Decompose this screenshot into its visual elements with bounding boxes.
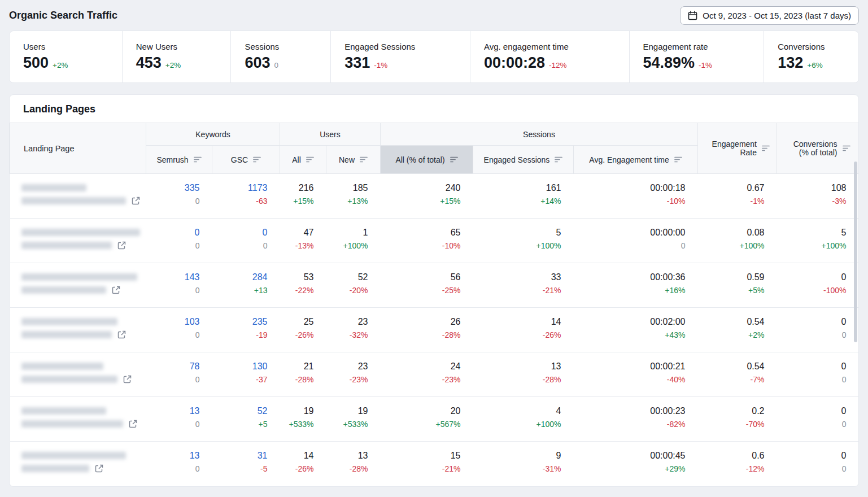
- metric-engagement-rate: Engagement rate54.89%-1%: [629, 31, 764, 82]
- column-header-users-new[interactable]: New: [326, 146, 381, 174]
- metric-conversions: Conversions132+6%: [764, 31, 858, 82]
- cell-value: 0.54: [701, 360, 765, 373]
- external-link-icon[interactable]: [95, 464, 103, 473]
- cell-delta: +14%: [477, 195, 561, 207]
- cell-value: 13: [477, 360, 561, 373]
- column-header-semrush[interactable]: Semrush: [146, 146, 212, 174]
- redacted-landing-page-text: [21, 229, 140, 236]
- external-link-icon[interactable]: [123, 375, 132, 383]
- cell-value[interactable]: 0: [150, 226, 200, 239]
- cell-value[interactable]: 143: [150, 271, 200, 284]
- vertical-scrollbar[interactable]: [854, 162, 857, 485]
- cell-engagement-rate: 0.54-7%: [698, 352, 777, 397]
- metric-value: 54.89%: [643, 54, 695, 72]
- cell-all-of-total: 20+567%: [381, 397, 473, 442]
- cell-value[interactable]: 52: [216, 404, 268, 418]
- column-header-conversions[interactable]: Conversions (% of total): [777, 123, 859, 174]
- cell-value[interactable]: 78: [150, 360, 200, 373]
- external-link-icon[interactable]: [129, 420, 137, 428]
- redacted-landing-page-text: [21, 242, 112, 249]
- metric-value: 132: [778, 54, 803, 72]
- cell-value[interactable]: 0: [216, 226, 268, 239]
- cell-engaged-sessions: 9-31%: [473, 442, 574, 486]
- metric-value: 500: [23, 54, 49, 72]
- cell-value: 4: [477, 404, 561, 418]
- cell-value: 00:00:18: [577, 181, 686, 195]
- cell-delta: -31%: [477, 463, 561, 475]
- sort-icon: [253, 156, 261, 163]
- cell-delta: +5%: [701, 284, 765, 297]
- column-header-sessions-all-percent[interactable]: All (% of total): [381, 146, 473, 174]
- cell-value[interactable]: 335: [150, 181, 200, 195]
- cell-value[interactable]: 284: [216, 271, 268, 284]
- cell-engaged-sessions: 14-26%: [473, 308, 574, 352]
- sort-icon: [843, 145, 850, 151]
- metric-engaged-sessions: Engaged Sessions331-1%: [330, 31, 470, 82]
- cell-new: 13-28%: [326, 442, 381, 486]
- cell-delta: -37: [216, 373, 268, 386]
- column-header-users-all[interactable]: All: [280, 146, 326, 174]
- cell-value: 0.6: [701, 449, 765, 463]
- metric-value: 00:00:28: [484, 54, 545, 72]
- cell-delta: -40%: [577, 373, 686, 386]
- cell-delta: +100%: [330, 239, 368, 252]
- scrollbar-thumb[interactable]: [854, 162, 857, 342]
- redacted-landing-page-text: [21, 407, 106, 415]
- cell-value: 15: [384, 449, 461, 463]
- cell-new: 185+13%: [326, 174, 381, 219]
- cell-delta: -63: [216, 195, 268, 207]
- column-header-engaged-sessions[interactable]: Engaged Sessions: [473, 146, 574, 174]
- cell-value: 26: [384, 315, 461, 329]
- cell-value[interactable]: 13: [150, 449, 200, 463]
- landing-page-cell: [10, 397, 146, 442]
- column-header-avg-engagement-time[interactable]: Avg. Engagement time: [574, 146, 698, 174]
- external-link-icon[interactable]: [132, 197, 140, 205]
- metric-label: Engagement rate: [643, 42, 751, 51]
- cell-delta: -22%: [283, 284, 314, 297]
- cell-delta: -82%: [577, 418, 686, 430]
- cell-value[interactable]: 130: [216, 360, 268, 373]
- cell-gsc: 52+5: [212, 397, 280, 442]
- cell-all: 25-26%: [280, 308, 326, 352]
- cell-value: 19: [283, 404, 314, 418]
- cell-value[interactable]: 1173: [216, 181, 268, 195]
- cell-value: 9: [477, 449, 561, 463]
- cell-value[interactable]: 103: [150, 315, 200, 329]
- landing-page-cell: [10, 308, 146, 352]
- calendar-icon: [688, 11, 697, 20]
- cell-delta: -1%: [701, 195, 765, 207]
- column-header-engagement-rate[interactable]: Engagement Rate: [698, 123, 777, 174]
- cell-engagement-rate: 0.08+100%: [698, 219, 777, 263]
- cell-delta: -12%: [701, 463, 765, 475]
- cell-avg-engagement-time: 00:02:00+43%: [574, 308, 698, 352]
- cell-all-of-total: 26-28%: [381, 308, 473, 352]
- cell-delta: -25%: [384, 284, 461, 297]
- top-bar: Organic Search Traffic Oct 9, 2023 - Oct…: [9, 0, 859, 30]
- cell-avg-engagement-time: 00:00:21-40%: [574, 352, 698, 397]
- cell-value[interactable]: 31: [216, 449, 268, 463]
- cell-value: 5: [477, 226, 561, 239]
- cell-delta: -28%: [283, 373, 314, 386]
- date-range-picker[interactable]: Oct 9, 2023 - Oct 15, 2023 (last 7 days): [680, 6, 859, 25]
- external-link-icon[interactable]: [117, 241, 126, 250]
- date-range-label: Oct 9, 2023 - Oct 15, 2023 (last 7 days): [703, 11, 851, 20]
- external-link-icon[interactable]: [112, 286, 120, 294]
- cell-value[interactable]: 235: [216, 315, 268, 329]
- cell-value[interactable]: 13: [150, 404, 200, 418]
- redacted-landing-page-text: [21, 318, 117, 325]
- cell-delta: -10%: [577, 195, 686, 207]
- cell-value: 0: [780, 449, 847, 463]
- redacted-landing-page-text: [21, 197, 126, 204]
- metric-delta: -1%: [374, 61, 387, 69]
- cell-value: 20: [384, 404, 461, 418]
- column-header-gsc[interactable]: GSC: [212, 146, 280, 174]
- column-group-sessions: Sessions: [381, 123, 698, 146]
- cell-delta: -21%: [384, 463, 461, 475]
- cell-new: 19+533%: [326, 397, 381, 442]
- external-link-icon[interactable]: [117, 330, 126, 339]
- cell-gsc: 00: [212, 219, 280, 263]
- cell-delta: -26%: [477, 329, 561, 341]
- cell-value: 216: [283, 181, 314, 195]
- sort-icon: [674, 156, 682, 163]
- metric-label: Engaged Sessions: [344, 42, 456, 51]
